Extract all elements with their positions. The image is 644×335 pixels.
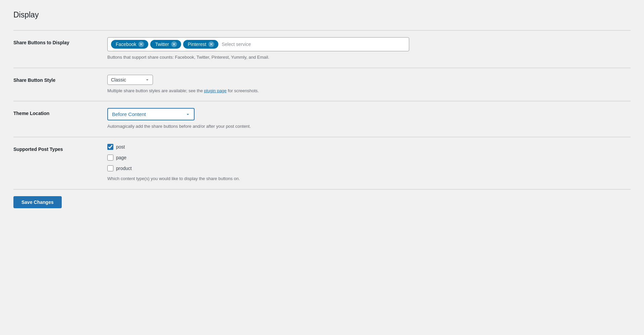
checkbox-group: post page product (107, 144, 631, 171)
tags-input[interactable]: Facebook ✕ Twitter ✕ Pinterest ✕ Select … (107, 37, 409, 51)
share-button-style-row: Share Button Style Classic Icon Icon + C… (13, 68, 631, 101)
share-buttons-help: Buttons that support share counts: Faceb… (107, 54, 631, 61)
theme-location-help: Automagically add the share buttons befo… (107, 123, 631, 130)
tag-pinterest-remove[interactable]: ✕ (208, 41, 214, 47)
tag-twitter-label: Twitter (155, 42, 169, 47)
supported-post-types-help: Which content type(s) you would like to … (107, 175, 631, 182)
save-changes-button[interactable]: Save Changes (13, 196, 62, 208)
share-buttons-label: Share Buttons to Display (13, 37, 107, 46)
supported-post-types-row: Supported Post Types post page product W… (13, 137, 631, 189)
checkbox-product-label: product (116, 166, 132, 171)
tag-facebook-remove[interactable]: ✕ (138, 41, 144, 47)
plugin-page-link[interactable]: plugin page (204, 88, 226, 93)
checkbox-page-item[interactable]: page (107, 155, 631, 161)
tags-placeholder: Select service (220, 41, 252, 48)
page-title: Display (13, 10, 631, 20)
checkbox-product[interactable] (107, 165, 113, 171)
checkbox-product-item[interactable]: product (107, 165, 631, 171)
checkbox-page[interactable] (107, 155, 113, 161)
share-buttons-control: Facebook ✕ Twitter ✕ Pinterest ✕ Select … (107, 37, 631, 61)
checkbox-post[interactable] (107, 144, 113, 150)
share-buttons-row: Share Buttons to Display Facebook ✕ Twit… (13, 31, 631, 68)
supported-post-types-label: Supported Post Types (13, 144, 107, 153)
tag-facebook-label: Facebook (116, 42, 136, 47)
checkbox-page-label: page (116, 155, 126, 160)
tag-twitter: Twitter ✕ (150, 40, 181, 49)
share-button-style-control: Classic Icon Icon + Count Button + Count… (107, 75, 631, 95)
share-button-style-select[interactable]: Classic Icon Icon + Count Button + Count (107, 75, 153, 85)
theme-location-row: Theme Location Before Content After Cont… (13, 101, 631, 137)
share-button-style-help: Multiple share button styles are availab… (107, 88, 631, 95)
checkbox-post-label: post (116, 144, 125, 150)
theme-location-label: Theme Location (13, 108, 107, 117)
tag-facebook: Facebook ✕ (111, 40, 148, 49)
share-button-style-label: Share Button Style (13, 75, 107, 84)
tag-pinterest: Pinterest ✕ (183, 40, 218, 49)
supported-post-types-control: post page product Which content type(s) … (107, 144, 631, 182)
theme-location-control: Before Content After Content Before and … (107, 108, 631, 130)
help-text-before: Multiple share button styles are availab… (107, 88, 204, 93)
help-text-after: for screenshots. (227, 88, 259, 93)
checkbox-post-item[interactable]: post (107, 144, 631, 150)
tag-twitter-remove[interactable]: ✕ (171, 41, 177, 47)
tag-pinterest-label: Pinterest (188, 42, 206, 47)
theme-location-select[interactable]: Before Content After Content Before and … (107, 108, 195, 120)
